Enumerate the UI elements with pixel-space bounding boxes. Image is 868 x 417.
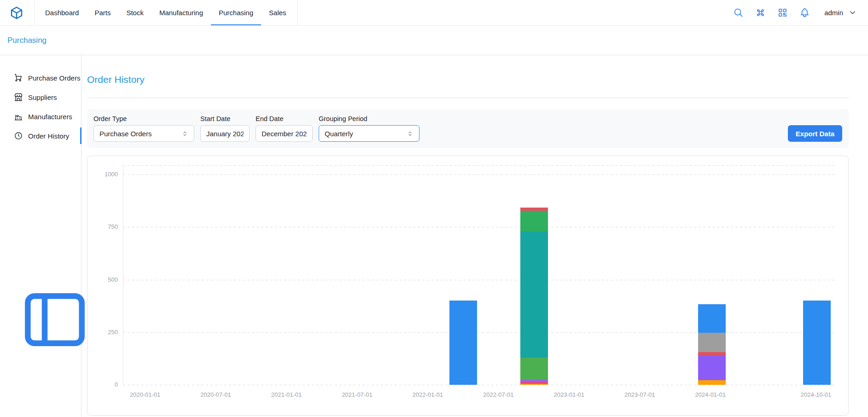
bar-segment	[803, 301, 831, 385]
y-axis-label: 750	[87, 223, 118, 230]
bar-segment	[698, 356, 726, 380]
navbar-actions: admin	[733, 7, 857, 18]
y-axis-label: 250	[87, 329, 118, 336]
sidebar-item-order-history[interactable]: Order History	[0, 126, 81, 145]
stacked-bar	[803, 301, 831, 385]
chevron-down-icon	[848, 8, 857, 17]
bell-icon[interactable]	[799, 7, 810, 18]
bar-segment	[520, 232, 548, 358]
breadcrumb: Purchasing	[0, 26, 868, 55]
chart-plot	[123, 174, 837, 385]
sidebar-items: Purchase OrdersSuppliersManufacturersOrd…	[0, 68, 81, 145]
factory-icon	[14, 112, 23, 121]
chart-top-border	[123, 165, 837, 166]
sidebar-item-suppliers[interactable]: Suppliers	[0, 87, 81, 107]
x-axis-label: 2020-07-01	[191, 391, 241, 398]
grouping-period-value: Quarterly	[325, 130, 353, 138]
start-date-input[interactable]	[200, 125, 250, 142]
tab-manufacturing[interactable]: Manufacturing	[151, 0, 211, 25]
qr-grid-icon[interactable]	[777, 7, 788, 18]
x-axis-label: 2021-07-01	[332, 391, 382, 398]
top-navbar: DashboardPartsStockManufacturingPurchasi…	[0, 0, 868, 26]
order-type-label: Order Type	[93, 115, 194, 122]
search-icon[interactable]	[733, 7, 744, 18]
breadcrumb-link-purchasing[interactable]: Purchasing	[7, 36, 47, 45]
x-axis-label: 2024-10-01	[791, 391, 841, 398]
order-type-field: Order Type Purchase Orders	[93, 115, 194, 142]
end-date-input[interactable]	[256, 125, 313, 142]
y-axis-label: 0	[87, 381, 118, 388]
tab-purchasing[interactable]: Purchasing	[211, 0, 261, 25]
start-date-field: Start Date	[200, 115, 250, 142]
x-axis-label: 2021-01-01	[261, 391, 312, 398]
cart-icon	[14, 73, 23, 82]
sidebar-item-label: Purchase Orders	[28, 74, 80, 82]
bar-segment	[698, 352, 726, 356]
bar-segment	[449, 301, 477, 385]
x-axis-label: 2024-01-01	[685, 391, 736, 398]
chart-card: 025050075010002020-01-012020-07-012021-0…	[87, 156, 849, 416]
gridline	[123, 280, 837, 280]
stacked-bar	[520, 208, 548, 385]
x-axis-label: 2023-01-01	[544, 391, 594, 398]
bar-segment	[698, 333, 726, 352]
tab-dashboard[interactable]: Dashboard	[37, 0, 87, 25]
history-icon	[14, 131, 23, 140]
grouping-period-select[interactable]: Quarterly	[319, 125, 419, 142]
x-axis-label: 2022-01-01	[402, 391, 453, 398]
selector-chevrons-icon	[407, 130, 414, 137]
gridline	[123, 385, 837, 385]
navbar-icons-slot	[733, 7, 810, 18]
content-layout: Purchase OrdersSuppliersManufacturersOrd…	[0, 55, 868, 417]
stacked-bar	[449, 301, 477, 385]
grouping-period-label: Grouping Period	[319, 115, 419, 122]
nav-tabs: DashboardPartsStockManufacturingPurchasi…	[34, 0, 297, 25]
bar-segment	[520, 358, 548, 380]
tab-parts[interactable]: Parts	[87, 0, 118, 25]
bar-segment	[520, 384, 548, 385]
end-date-label: End Date	[256, 115, 313, 122]
x-axis-label: 2022-07-01	[473, 391, 524, 398]
start-date-label: Start Date	[200, 115, 250, 122]
bar-segment	[698, 304, 726, 333]
order-type-select[interactable]: Purchase Orders	[93, 125, 194, 142]
tab-sales[interactable]: Sales	[261, 0, 294, 25]
tab-stock[interactable]: Stock	[118, 0, 151, 25]
bar-segment	[520, 208, 548, 211]
selector-chevrons-icon	[181, 130, 188, 137]
sidebar-item-label: Manufacturers	[28, 113, 72, 121]
order-type-value: Purchase Orders	[99, 130, 151, 138]
x-axis-label: 2020-01-01	[120, 391, 170, 398]
user-menu[interactable]: admin	[824, 8, 857, 17]
stacked-bar	[698, 304, 726, 385]
main-panel: Order History Order Type Purchase Orders…	[82, 55, 868, 417]
grouping-period-field: Grouping Period Quarterly	[319, 115, 419, 142]
sidebar-item-purchase-orders[interactable]: Purchase Orders	[0, 68, 81, 87]
app-logo-icon[interactable]	[9, 6, 24, 20]
title-divider	[87, 98, 849, 98]
page-title: Order History	[87, 74, 849, 86]
sidebar-item-label: Suppliers	[28, 93, 57, 101]
end-date-field: End Date	[256, 115, 313, 142]
gridline	[123, 174, 837, 175]
gridline	[123, 332, 837, 333]
x-axis-label: 2023-07-01	[614, 391, 665, 398]
sidebar: Purchase OrdersSuppliersManufacturersOrd…	[0, 55, 82, 417]
y-axis-label: 500	[87, 276, 118, 283]
bar-segment	[520, 211, 548, 232]
store-icon	[14, 93, 23, 102]
y-axis-label: 1000	[87, 171, 118, 178]
sidebar-item-manufacturers[interactable]: Manufacturers	[0, 107, 81, 126]
sidebar-item-label: Order History	[28, 132, 69, 140]
gridline	[123, 227, 837, 227]
command-icon[interactable]	[755, 7, 766, 18]
export-data-button[interactable]: Export Data	[788, 125, 842, 142]
bar-segment	[698, 380, 726, 385]
filter-panel: Order Type Purchase Orders Start Date En…	[87, 109, 849, 148]
user-name: admin	[824, 9, 843, 17]
